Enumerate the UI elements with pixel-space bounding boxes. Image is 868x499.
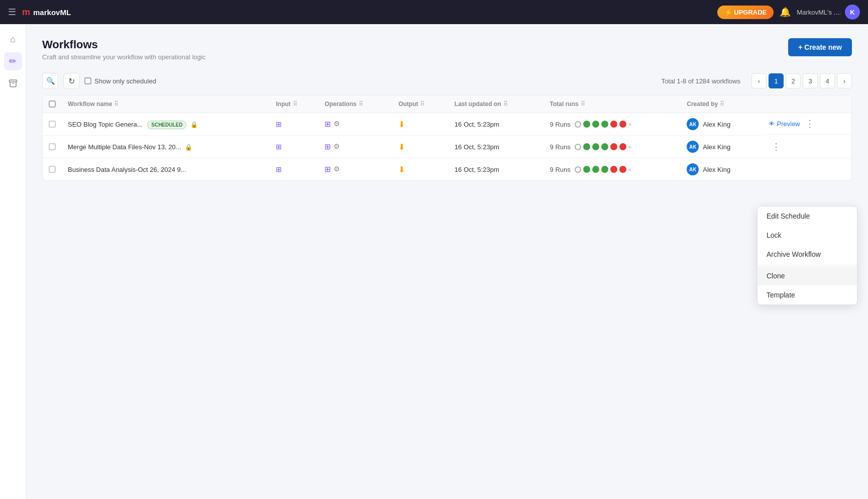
logo[interactable]: m markovML <box>22 7 71 18</box>
context-menu-archive-workflow[interactable]: Archive Workflow <box>757 245 857 264</box>
table-row: Business Data Analysis-Oct 26, 2024 9...… <box>43 158 851 181</box>
sidebar-item-home[interactable]: ⌂ <box>4 30 22 48</box>
upgrade-button[interactable]: ⚡ UPGRADE <box>717 6 774 19</box>
output-cell: ⬇ <box>392 158 449 181</box>
hamburger-icon[interactable]: ☰ <box>8 7 16 18</box>
bell-icon[interactable]: 🔔 <box>780 7 791 18</box>
workflow-name-text[interactable]: Merge Multiple Data Files-Nov 13, 20... <box>68 143 181 151</box>
run-dot-3 <box>592 121 599 128</box>
row-checkbox[interactable] <box>49 143 56 150</box>
workflow-name-text[interactable]: SEO Blog Topic Genera... <box>68 121 143 128</box>
runs-more: » <box>628 144 631 150</box>
output-cell: ⬇ <box>392 113 449 136</box>
actions-cell: ⋮ <box>763 136 851 158</box>
input-grid-icon: ⊞ <box>276 143 282 151</box>
more-actions-button[interactable]: ⋮ <box>802 118 817 129</box>
last-updated-cell: 16 Oct, 5:23pm <box>449 113 544 136</box>
op-gear-icon: ⚙ <box>334 120 340 129</box>
op-gear-icon: ⚙ <box>334 165 340 174</box>
sort-icon-total-runs[interactable]: ⠿ <box>581 101 585 108</box>
context-menu-clone[interactable]: Clone <box>757 266 857 285</box>
input-cell: ⊞ <box>270 158 318 181</box>
op-grid-icon: ⊞ <box>324 165 331 174</box>
page-4-button[interactable]: 4 <box>820 73 835 88</box>
run-dot-5 <box>610 121 617 128</box>
input-grid-icon: ⊞ <box>276 120 282 128</box>
show-scheduled-checkbox[interactable] <box>84 77 91 84</box>
context-menu-lock[interactable]: Lock <box>757 226 857 245</box>
last-updated-cell: 16 Oct, 5:23pm <box>449 158 544 181</box>
input-cell: ⊞ <box>270 136 318 158</box>
toolbar: 🔍 ↻ Show only scheduled Total 1-8 of 128… <box>42 73 852 89</box>
output-download-icon: ⬇ <box>398 143 405 151</box>
run-dot-1 <box>575 166 581 173</box>
preview-button[interactable]: 👁 Preview <box>769 120 800 128</box>
input-grid-icon: ⊞ <box>276 165 282 173</box>
col-last-updated: Last updated on ⠿ <box>449 95 544 113</box>
runs-count: 9 Runs <box>550 143 571 151</box>
page-2-button[interactable]: 2 <box>786 73 801 88</box>
row-checkbox[interactable] <box>49 166 56 173</box>
run-dot-6 <box>619 166 626 173</box>
total-runs-cell: 9 Runs » <box>544 113 681 136</box>
run-dot-3 <box>592 166 599 173</box>
sort-icon-input[interactable]: ⠿ <box>293 101 297 108</box>
run-dot-2 <box>583 143 590 150</box>
refresh-icon: ↻ <box>68 76 75 86</box>
user-name: Alex King <box>703 166 730 173</box>
col-operations: Operations ⠿ <box>318 95 392 113</box>
sidebar-item-workflows[interactable]: ✏ <box>4 52 22 70</box>
col-actions <box>763 95 851 113</box>
context-menu-edit-schedule[interactable]: Edit Schedule <box>757 207 857 226</box>
run-dot-1 <box>575 121 581 128</box>
row-checkbox[interactable] <box>49 121 56 128</box>
workflow-name-cell: Business Data Analysis-Oct 26, 2024 9... <box>62 158 270 181</box>
sort-icon-output[interactable]: ⠿ <box>420 101 424 108</box>
user-avatar-sm: AK <box>687 118 699 130</box>
page-3-button[interactable]: 3 <box>803 73 818 88</box>
col-input: Input ⠿ <box>270 95 318 113</box>
page-1-button[interactable]: 1 <box>769 73 784 88</box>
sort-icon-created-by[interactable]: ⠿ <box>720 101 724 108</box>
op-gear-icon: ⚙ <box>334 142 340 151</box>
actions-cell <box>763 158 851 181</box>
avatar: K <box>845 5 860 20</box>
run-dot-4 <box>601 121 608 128</box>
output-download-icon: ⬇ <box>398 120 405 129</box>
more-actions-button[interactable]: ⋮ <box>769 141 784 152</box>
sort-icon-workflow-name[interactable]: ⠿ <box>114 101 119 108</box>
workflow-name-text[interactable]: Business Data Analysis-Oct 26, 2024 9... <box>68 166 186 173</box>
sidebar: ⌂ ✏ <box>0 24 26 499</box>
last-updated-cell: 16 Oct, 5:23pm <box>449 136 544 158</box>
operations-cell: ⊞ ⚙ <box>318 158 392 181</box>
sort-icon-operations[interactable]: ⠿ <box>359 101 363 108</box>
user-menu[interactable]: MarkovML's .... K <box>797 5 860 20</box>
eye-icon: 👁 <box>769 120 775 128</box>
workflow-name-cell: Merge Multiple Data Files-Nov 13, 20... … <box>62 136 270 158</box>
scheduled-badge: SCHEDULED <box>147 121 186 129</box>
table-row: SEO Blog Topic Genera... SCHEDULED 🔒 ⊞ ⊞… <box>43 113 851 136</box>
run-dot-5 <box>610 166 617 173</box>
search-button[interactable]: 🔍 <box>42 73 58 89</box>
prev-page-button[interactable]: ‹ <box>751 73 767 88</box>
created-by-cell: AK Alex King <box>681 113 762 136</box>
create-new-button[interactable]: + Create new <box>788 38 852 56</box>
context-menu-divider <box>757 265 857 265</box>
next-page-button[interactable]: › <box>837 73 852 88</box>
run-dot-2 <box>583 121 590 128</box>
sort-icon-last-updated[interactable]: ⠿ <box>503 101 508 108</box>
refresh-button[interactable]: ↻ <box>63 73 79 89</box>
run-dot-6 <box>619 121 626 128</box>
run-dot-4 <box>601 143 608 150</box>
pagination: ‹ 1 2 3 4 › <box>751 73 852 88</box>
created-by-cell: AK Alex King <box>681 136 762 158</box>
select-all-checkbox[interactable] <box>49 101 56 108</box>
sidebar-item-archive[interactable] <box>4 74 22 92</box>
op-grid-icon: ⊞ <box>324 142 331 151</box>
output-cell: ⬇ <box>392 136 449 158</box>
show-scheduled-toggle[interactable]: Show only scheduled <box>84 77 156 85</box>
page-subtitle: Craft and streamline your workflow with … <box>42 53 205 61</box>
run-dot-1 <box>575 144 581 150</box>
col-output: Output ⠿ <box>392 95 449 113</box>
context-menu-template[interactable]: Template <box>757 285 857 305</box>
